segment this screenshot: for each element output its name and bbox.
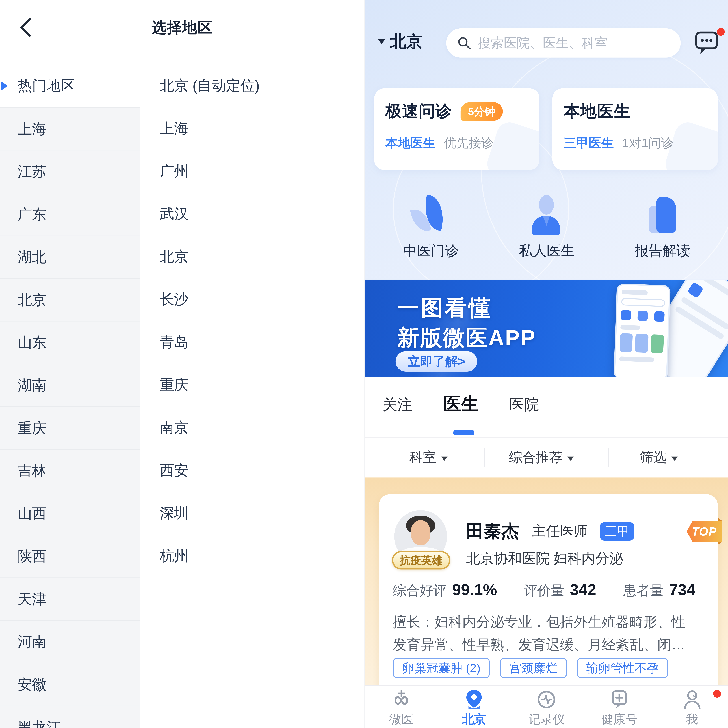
caret-down-icon <box>441 456 448 460</box>
service-label: 中医门诊 <box>389 242 473 261</box>
hero-badge: 抗疫英雄 <box>392 551 450 570</box>
doctor-stats: 综合好评 99.1% 评价量 342 患者量 734 <box>393 581 704 600</box>
nav-item-city[interactable]: 北京 <box>438 685 511 728</box>
province-item[interactable]: 湖南 <box>0 364 140 406</box>
province-item[interactable]: 吉林 <box>0 449 140 492</box>
caret-down-icon <box>567 456 574 460</box>
health-account-icon <box>609 689 630 710</box>
province-item[interactable]: 上海 <box>0 107 140 150</box>
card-title: 极速问诊 <box>385 100 452 122</box>
stat-label: 评价量 <box>524 581 564 600</box>
service-item-report[interactable]: 报告解读 <box>621 194 704 268</box>
province-item[interactable]: 湖北 <box>0 236 140 278</box>
nav-item-recorder[interactable]: 记录仪 <box>510 685 583 728</box>
service-label: 私人医生 <box>505 242 589 261</box>
notification-dot <box>713 690 721 698</box>
city-item[interactable]: 北京 <box>160 236 188 278</box>
banner-line2: 新版微医APP <box>398 323 536 353</box>
province-item[interactable]: 河南 <box>0 620 140 663</box>
ribbon-fold <box>718 542 722 545</box>
bottom-nav: + 微医 北京 <box>365 685 728 728</box>
search-input[interactable] <box>478 35 664 51</box>
city-item[interactable]: 青岛 <box>160 321 188 364</box>
current-city-label: 北京 <box>390 30 422 52</box>
province-item[interactable]: 天津 <box>0 577 140 620</box>
nav-item-me[interactable]: 我 <box>656 685 728 728</box>
wedoctor-icon: + <box>393 692 410 707</box>
hot-region-label: 热门地区 <box>18 64 75 107</box>
banner-cta-button[interactable]: 立即了解> <box>396 351 477 372</box>
service-item-private-doctor[interactable]: 私人医生 <box>505 194 589 268</box>
city-item[interactable]: 杭州 <box>160 535 188 578</box>
phone-mockup <box>613 284 671 377</box>
nav-item-health-account[interactable]: 健康号 <box>583 685 656 728</box>
active-tab-underline <box>453 430 474 435</box>
tab-hospital[interactable]: 医院 <box>509 395 539 415</box>
city-item[interactable]: 武汉 <box>160 193 188 236</box>
province-item[interactable]: 山西 <box>0 492 140 535</box>
minutes-badge: 5分钟 <box>460 102 503 121</box>
province-item[interactable]: 陕西 <box>0 535 140 578</box>
province-item[interactable]: 黑龙江 <box>0 706 140 728</box>
screen: 选择地区 热门地区 上海 江苏 广东 湖北 北京 山东 湖南 重庆 吉林 山西 … <box>0 0 728 728</box>
province-item[interactable]: 山东 <box>0 321 140 364</box>
city-item-auto[interactable]: 北京 (自动定位) <box>160 64 260 107</box>
filter-more[interactable]: 筛选 <box>640 438 678 477</box>
province-item[interactable]: 安徽 <box>0 663 140 706</box>
city-item[interactable]: 广州 <box>160 150 188 193</box>
filter-label: 筛选 <box>640 448 667 467</box>
person-icon <box>526 194 567 235</box>
doctor-card[interactable]: 抗疫英雄 田秦杰 主任医师 三甲 TOP 北京协和医院 妇科内分泌 综合好评 9… <box>379 494 718 685</box>
nav-label: 北京 <box>438 711 511 728</box>
promo-banner[interactable]: 一图看懂 新版微医APP 立即了解> <box>365 280 728 377</box>
province-item[interactable]: 江苏 <box>0 150 140 193</box>
province-item[interactable]: 重庆 <box>0 406 140 449</box>
specialty-tag[interactable]: 卵巢冠囊肿 (2) <box>393 658 490 678</box>
list-tabs: 关注 医生 医院 <box>365 377 728 438</box>
doctor-hospital: 北京协和医院 妇科内分泌 <box>466 549 623 568</box>
card-subtitle-highlight: 本地医生 <box>385 136 436 150</box>
search-icon <box>457 36 471 50</box>
service-item-tcm[interactable]: 中医门诊 <box>389 194 473 268</box>
tab-follow[interactable]: 关注 <box>382 395 412 415</box>
quick-card-local-doctor[interactable]: 本地医生 三甲医生 1对1问诊 <box>552 88 718 170</box>
filter-department[interactable]: 科室 <box>410 438 448 477</box>
stat-patients: 患者量 734 <box>623 581 695 600</box>
stat-label: 患者量 <box>623 581 664 600</box>
messages-button[interactable] <box>694 30 719 56</box>
location-pin-icon <box>464 689 484 710</box>
city-selector[interactable]: 北京 <box>378 27 422 56</box>
filter-label: 综合推荐 <box>509 448 563 467</box>
specialty-tag[interactable]: 宫颈糜烂 <box>500 658 567 678</box>
search-bar[interactable] <box>446 28 681 58</box>
recorder-icon <box>537 689 557 710</box>
city-item[interactable]: 重庆 <box>160 364 188 406</box>
tab-doctor[interactable]: 医生 <box>444 392 479 416</box>
top-ribbon: TOP <box>687 521 722 542</box>
province-item[interactable]: 北京 <box>0 278 140 321</box>
filter-sort[interactable]: 综合推荐 <box>509 438 574 477</box>
doctor-title: 主任医师 <box>532 522 588 541</box>
region-picker-panel: 选择地区 热门地区 上海 江苏 广东 湖北 北京 山东 湖南 重庆 吉林 山西 … <box>0 0 364 728</box>
stat-reviews: 评价量 342 <box>524 581 596 600</box>
city-item[interactable]: 西安 <box>160 449 188 492</box>
stat-rating: 综合好评 99.1% <box>393 581 497 600</box>
chevron-down-icon <box>378 39 385 44</box>
quick-card-express[interactable]: 极速问诊 5分钟 本地医生 优先接诊 <box>374 88 540 170</box>
city-item[interactable]: 上海 <box>160 107 188 150</box>
province-item[interactable]: 广东 <box>0 193 140 236</box>
specialty-tag[interactable]: 输卵管性不孕 <box>577 658 668 678</box>
service-label: 报告解读 <box>621 242 704 261</box>
city-item[interactable]: 深圳 <box>160 492 188 535</box>
card-subtitle-rest: 优先接诊 <box>444 136 494 150</box>
stat-label: 综合好评 <box>393 581 447 600</box>
city-item[interactable]: 南京 <box>160 406 188 449</box>
card-subtitle-highlight: 三甲医生 <box>564 136 614 150</box>
stat-value: 342 <box>570 581 596 599</box>
leaf-icon <box>410 194 452 235</box>
filter-label: 科室 <box>410 448 436 467</box>
divider <box>608 448 609 467</box>
city-item[interactable]: 长沙 <box>160 278 188 321</box>
quick-cards: 极速问诊 5分钟 本地医生 优先接诊 本地医生 三甲医生 1对1问诊 <box>365 88 728 170</box>
nav-item-wedoctor[interactable]: + 微医 <box>365 685 438 728</box>
